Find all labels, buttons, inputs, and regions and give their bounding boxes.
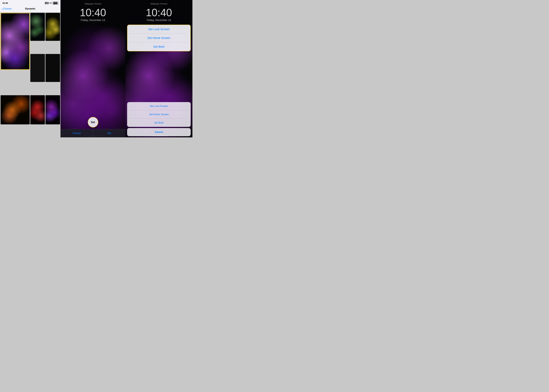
- preview-bottom-bar: Cancel Set: [61, 129, 125, 137]
- action-content: Wallpaper Preview 10:40 Friday, December…: [125, 0, 192, 137]
- set-home-screen-button-secondary[interactable]: Set Home Screen: [127, 110, 191, 119]
- wallpaper-cell-green[interactable]: [30, 13, 45, 41]
- set-circle-label: Set: [91, 121, 95, 124]
- wallpaper-cell-dark2[interactable]: [45, 54, 60, 82]
- preview-header-label: Wallpaper Preview: [61, 0, 125, 6]
- set-both-button-secondary[interactable]: Set Both: [127, 119, 191, 127]
- signal-icon: ▐▐▐: [44, 2, 49, 4]
- wallpaper-action-panel: Wallpaper Preview 10:40 Friday, December…: [125, 0, 192, 137]
- wallpaper-cell-red[interactable]: [30, 95, 45, 124]
- chevron-left-icon: ‹: [2, 7, 3, 11]
- set-lock-screen-button-secondary[interactable]: Set Lock Screen: [127, 102, 191, 110]
- wallpaper-cell-orange[interactable]: [0, 95, 30, 124]
- wallpaper-preview-panel: Wallpaper Preview 10:40 Friday, December…: [61, 0, 125, 137]
- battery-icon: ▓▓▓: [53, 2, 58, 4]
- home-indicator-action: [150, 136, 168, 136]
- wifi-icon: wifi: [49, 2, 52, 4]
- action-date: Friday, December 14: [125, 19, 192, 22]
- status-time: 10:40: [2, 2, 8, 4]
- action-header-label: Wallpaper Preview: [125, 0, 192, 6]
- preview-content: Wallpaper Preview 10:40 Friday, December…: [61, 0, 125, 137]
- preview-set-button[interactable]: Set: [93, 129, 125, 137]
- nav-bar: ‹ Choose Dynamic: [0, 5, 61, 12]
- status-bar: 10:40 ▐▐▐ wifi ▓▓▓: [0, 0, 61, 5]
- cancel-button-secondary[interactable]: Cancel: [127, 128, 191, 136]
- set-home-screen-button-primary[interactable]: Set Home Screen: [127, 34, 190, 42]
- preview-time: 10:40: [61, 7, 125, 18]
- set-both-button-primary[interactable]: Set Both: [127, 42, 190, 51]
- set-circle-button[interactable]: Set: [88, 117, 98, 127]
- wallpaper-grid: [0, 12, 61, 137]
- preview-cancel-button[interactable]: Cancel: [61, 129, 93, 137]
- status-icons: ▐▐▐ wifi ▓▓▓: [44, 2, 58, 4]
- wallpaper-cell-purple-large[interactable]: [0, 13, 30, 70]
- spacer: [125, 51, 192, 100]
- preview-date: Friday, December 14: [61, 19, 125, 22]
- wallpaper-cell-dark1[interactable]: [30, 54, 45, 82]
- back-button[interactable]: ‹ Choose: [2, 7, 12, 11]
- action-sheet-cancel-container: Cancel: [127, 128, 191, 136]
- nav-title: Dynamic: [25, 7, 35, 10]
- action-sheet-primary: Set Lock Screen Set Home Screen Set Both: [127, 25, 191, 51]
- wallpaper-cell-purple2[interactable]: [45, 95, 60, 124]
- action-sheet-secondary: Set Lock Screen Set Home Screen Set Both: [127, 102, 191, 127]
- wallpaper-cell-yellow[interactable]: [45, 13, 60, 41]
- action-time: 10:40: [125, 7, 192, 18]
- set-lock-screen-button-primary[interactable]: Set Lock Screen: [127, 25, 190, 34]
- back-label: Choose: [3, 7, 12, 10]
- wallpaper-picker-panel: 10:40 ▐▐▐ wifi ▓▓▓ ‹ Choose Dynamic: [0, 0, 61, 137]
